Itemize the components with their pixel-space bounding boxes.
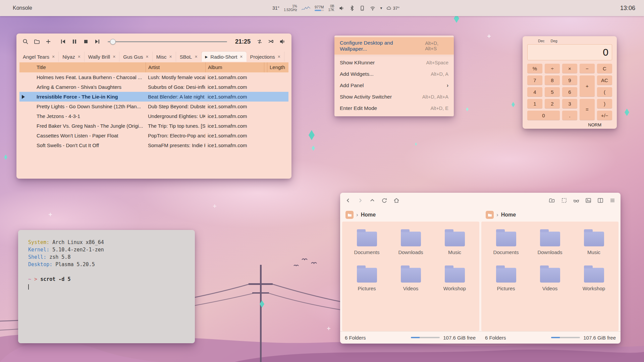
- calc-key-7[interactable]: 7: [527, 75, 542, 85]
- forward-icon[interactable]: [357, 197, 364, 204]
- calc-key-3[interactable]: 3: [562, 99, 577, 108]
- calc-key-open-paren[interactable]: (: [597, 87, 612, 97]
- table-row-selected[interactable]: Irresistible Force - The Lie-in King Bea…: [19, 92, 288, 102]
- seek-slider[interactable]: [108, 39, 227, 45]
- calc-key-plus[interactable]: +: [580, 75, 595, 97]
- desktop[interactable]: Konsole 31° 1% 1.52GHz 977M 0B 17K: [0, 0, 644, 362]
- add-icon[interactable]: [45, 38, 52, 45]
- search-icon[interactable]: [22, 38, 29, 45]
- close-icon[interactable]: ×: [113, 54, 115, 59]
- close-icon[interactable]: ×: [240, 54, 243, 59]
- next-track-icon[interactable]: [94, 38, 101, 45]
- calc-key-0[interactable]: 0: [527, 111, 560, 120]
- header-title[interactable]: Title: [34, 62, 146, 72]
- table-row[interactable]: The Jetzons - 4-3-1 Underground Eighties…: [19, 111, 288, 121]
- places-folder-icon[interactable]: [486, 211, 494, 219]
- previous-track-icon[interactable]: [59, 38, 67, 45]
- calc-key-minus[interactable]: −: [580, 64, 595, 73]
- folder-videos[interactable]: Videos: [391, 265, 431, 291]
- repeat-icon[interactable]: [256, 38, 263, 45]
- close-icon[interactable]: ×: [146, 54, 149, 59]
- folder-pictures[interactable]: Pictures: [486, 265, 526, 291]
- terminal-window[interactable]: System: Arch Linux x86_64 Kernel: 5.10.4…: [18, 230, 195, 343]
- calc-key-6[interactable]: 6: [562, 87, 577, 97]
- calc-key-5[interactable]: 5: [545, 87, 560, 97]
- folder-downloads[interactable]: Downloads: [530, 229, 570, 255]
- zoom-slider[interactable]: [411, 337, 440, 338]
- calc-key-8[interactable]: 8: [545, 75, 560, 85]
- zoom-slider[interactable]: [551, 337, 580, 338]
- folder-pictures[interactable]: Pictures: [347, 265, 387, 291]
- shuffle-icon[interactable]: [267, 38, 275, 45]
- menu-item-show-krunner[interactable]: Show KRunner Alt+Space: [334, 57, 454, 68]
- pause-icon[interactable]: [71, 38, 78, 45]
- menu-item-add-panel[interactable]: Add Panel ›: [334, 80, 454, 91]
- back-icon[interactable]: [345, 197, 352, 204]
- home-icon[interactable]: [393, 197, 400, 204]
- calc-key-allclear[interactable]: AC: [597, 75, 612, 85]
- calc-key-percent[interactable]: %: [527, 64, 542, 73]
- calc-key-plusminus[interactable]: +/−: [597, 111, 612, 120]
- angle-mode-label[interactable]: Deg: [551, 39, 557, 43]
- calc-key-dot[interactable]: .: [562, 111, 577, 120]
- bluetooth-icon[interactable]: [349, 5, 355, 11]
- calc-key-1[interactable]: 1: [527, 99, 542, 108]
- folder-music[interactable]: Music: [574, 229, 614, 255]
- network-monitor[interactable]: 0B 17K: [328, 4, 334, 12]
- close-icon[interactable]: ×: [278, 54, 280, 59]
- breadcrumb[interactable]: › Home: [340, 211, 480, 219]
- close-icon[interactable]: ×: [195, 54, 197, 59]
- folder-documents[interactable]: Documents: [347, 229, 387, 255]
- select-mode-icon[interactable]: [561, 197, 568, 204]
- header-length[interactable]: Length: [267, 62, 288, 72]
- folder-workshop[interactable]: Workshop: [435, 265, 475, 291]
- menu-item-enter-edit-mode[interactable]: Enter Edit Mode Alt+D, E: [334, 103, 454, 114]
- menu-item-configure-desktop[interactable]: Configure Desktop and Wallpaper... Alt+D…: [334, 37, 454, 55]
- folder-documents[interactable]: Documents: [486, 229, 526, 255]
- close-icon[interactable]: ×: [78, 54, 80, 59]
- player-volume-icon[interactable]: [279, 38, 286, 45]
- tray-expander-icon[interactable]: ▾: [380, 6, 382, 10]
- seek-slider-handle[interactable]: [110, 39, 116, 45]
- calc-key-equals[interactable]: =: [580, 99, 595, 120]
- preview-icon[interactable]: [585, 197, 592, 204]
- split-view-icon[interactable]: [597, 197, 604, 204]
- show-hidden-icon[interactable]: [573, 197, 580, 204]
- table-row[interactable]: Arling & Cameron - Shiva's Daughters Sub…: [19, 82, 288, 92]
- tab-misc[interactable]: Misc×: [153, 52, 176, 62]
- new-folder-icon[interactable]: [549, 197, 555, 204]
- table-row[interactable]: Pretty Lights - Go Down Sunshine (12th P…: [19, 102, 288, 111]
- calc-key-clear[interactable]: C: [597, 64, 612, 73]
- header-album[interactable]: Album: [205, 62, 264, 72]
- weather-widget[interactable]: 37°: [386, 6, 399, 11]
- table-row[interactable]: Holmes Ives Feat. Laura Burhenn - Charco…: [19, 72, 288, 82]
- table-row[interactable]: Soft Swells - Don't Cut It Off SomaFM pr…: [19, 140, 288, 150]
- base-mode-label[interactable]: Dec: [538, 39, 545, 43]
- clock[interactable]: 13:06: [620, 0, 635, 16]
- breadcrumb[interactable]: › Home: [480, 211, 621, 219]
- places-folder-icon[interactable]: [345, 211, 354, 219]
- calc-key-2[interactable]: 2: [545, 99, 560, 108]
- tab-projections[interactable]: Projections×: [247, 52, 284, 62]
- table-row[interactable]: Cassettes Won't Listen - Paper Float Pop…: [19, 131, 288, 140]
- breadcrumb-home[interactable]: Home: [501, 212, 516, 218]
- tab-gus-gus[interactable]: Gus Gus×: [119, 52, 152, 62]
- stop-icon[interactable]: [82, 38, 90, 45]
- tab-niyaz[interactable]: Niyaz×: [59, 52, 85, 62]
- device-icon[interactable]: [359, 5, 365, 11]
- header-artist[interactable]: Artist: [146, 62, 205, 72]
- menu-item-show-activity-switcher[interactable]: Show Activity Switcher Alt+D, Alt+A: [334, 91, 454, 103]
- tab-angel-tears[interactable]: Angel Tears×: [19, 52, 59, 62]
- volume-icon[interactable]: [338, 5, 344, 11]
- tab-wally-brill[interactable]: Wally Brill×: [85, 52, 119, 62]
- calc-key-divide[interactable]: ÷: [545, 64, 560, 73]
- folder-downloads[interactable]: Downloads: [391, 229, 431, 255]
- wifi-icon[interactable]: [370, 5, 376, 11]
- calc-key-multiply[interactable]: ×: [562, 64, 577, 73]
- hamburger-menu-icon[interactable]: [609, 197, 616, 204]
- tab-sbol[interactable]: SBoL×: [176, 52, 202, 62]
- open-folder-icon[interactable]: [33, 38, 41, 45]
- folder-workshop[interactable]: Workshop: [574, 265, 614, 291]
- breadcrumb-home[interactable]: Home: [361, 212, 376, 218]
- folder-music[interactable]: Music: [435, 229, 475, 255]
